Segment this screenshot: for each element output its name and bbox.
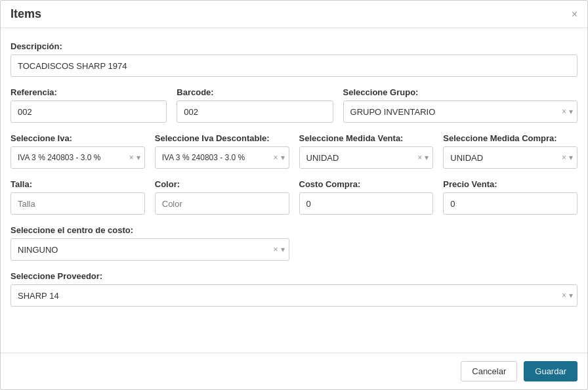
seleccione-iva-select[interactable]: IVA 3 % 240803 - 3.0 % × ▾ xyxy=(10,146,145,169)
descripcion-label: Descripción: xyxy=(10,41,578,51)
seleccione-iva-clear-icon[interactable]: × xyxy=(129,153,134,162)
seleccione-proveedor-clear-icon[interactable]: × xyxy=(562,291,566,300)
seleccione-proveedor-label: Seleccione Proveedor: xyxy=(10,271,578,281)
seleccione-centro-costo-arrow-icon[interactable]: ▾ xyxy=(281,245,285,254)
talla-group: Talla: xyxy=(10,179,145,215)
seleccione-grupo-clear-icon[interactable]: × xyxy=(562,107,566,116)
modal-header: Items × xyxy=(1,1,587,28)
seleccione-medida-compra-value: UNIDAD xyxy=(444,149,558,167)
seleccione-medida-compra-select[interactable]: UNIDAD × ▾ xyxy=(443,146,578,169)
row-iva: Seleccione Iva: IVA 3 % 240803 - 3.0 % ×… xyxy=(10,133,578,169)
modal-footer: Cancelar Guardar xyxy=(1,353,587,389)
seleccione-iva-descontable-clear-icon[interactable]: × xyxy=(273,153,278,162)
seleccione-medida-venta-label: Seleccione Medida Venta: xyxy=(299,133,434,143)
barcode-input[interactable] xyxy=(177,100,333,123)
seleccione-iva-descontable-select[interactable]: IVA 3 % 240803 - 3.0 % × ▾ xyxy=(155,146,289,169)
talla-label: Talla: xyxy=(10,179,145,189)
seleccione-iva-descontable-label: Seleccione Iva Descontable: xyxy=(155,133,289,143)
seleccione-iva-label: Seleccione Iva: xyxy=(10,133,145,143)
seleccione-centro-costo-select[interactable]: NINGUNO × ▾ xyxy=(10,238,289,261)
seleccione-medida-venta-group: Seleccione Medida Venta: UNIDAD × ▾ xyxy=(299,133,434,169)
seleccione-medida-venta-clear-icon[interactable]: × xyxy=(417,153,422,162)
modal-body: Descripción: Referencia: Barcode: Selecc… xyxy=(1,28,587,353)
cancel-button[interactable]: Cancelar xyxy=(461,361,517,381)
seleccione-medida-venta-arrow-icon[interactable]: ▾ xyxy=(425,153,429,162)
seleccione-medida-compra-controls: × ▾ xyxy=(558,153,577,162)
seleccione-grupo-select[interactable]: GRUPO INVENTARIO × ▾ xyxy=(343,100,578,123)
seleccione-iva-arrow-icon[interactable]: ▾ xyxy=(136,153,140,162)
seleccione-medida-compra-arrow-icon[interactable]: ▾ xyxy=(569,153,573,162)
modal-close-button[interactable]: × xyxy=(572,9,578,20)
seleccione-proveedor-controls: × ▾ xyxy=(558,291,577,300)
seleccione-grupo-controls: × ▾ xyxy=(558,107,577,116)
seleccione-proveedor-group: Seleccione Proveedor: SHARP 14 × ▾ xyxy=(10,271,578,307)
color-input[interactable] xyxy=(155,192,289,215)
seleccione-grupo-value: GRUPO INVENTARIO xyxy=(344,103,558,121)
seleccione-medida-compra-label: Seleccione Medida Compra: xyxy=(443,133,578,143)
modal-dialog: Items × Descripción: Referencia: Barcode… xyxy=(0,0,588,390)
seleccione-grupo-arrow-icon[interactable]: ▾ xyxy=(569,107,573,116)
referencia-label: Referencia: xyxy=(10,87,167,97)
color-group: Color: xyxy=(155,179,289,215)
seleccione-centro-costo-controls: × ▾ xyxy=(269,245,288,254)
costo-compra-group: Costo Compra: xyxy=(299,179,434,215)
seleccione-proveedor-select[interactable]: SHARP 14 × ▾ xyxy=(10,284,578,307)
seleccione-iva-descontable-group: Seleccione Iva Descontable: IVA 3 % 2408… xyxy=(155,133,289,169)
seleccione-grupo-label: Seleccione Grupo: xyxy=(343,87,578,97)
seleccione-medida-compra-group: Seleccione Medida Compra: UNIDAD × ▾ xyxy=(443,133,578,169)
save-button[interactable]: Guardar xyxy=(524,361,578,381)
seleccione-medida-compra-clear-icon[interactable]: × xyxy=(562,153,566,162)
seleccione-iva-controls: × ▾ xyxy=(125,153,144,162)
barcode-label: Barcode: xyxy=(177,87,333,97)
seleccione-centro-costo-group: Seleccione el centro de costo: NINGUNO ×… xyxy=(10,225,289,261)
seleccione-proveedor-arrow-icon[interactable]: ▾ xyxy=(569,291,573,300)
color-label: Color: xyxy=(155,179,289,189)
seleccione-medida-venta-controls: × ▾ xyxy=(413,153,432,162)
seleccione-medida-venta-select[interactable]: UNIDAD × ▾ xyxy=(299,146,434,169)
row-centro-costo: Seleccione el centro de costo: NINGUNO ×… xyxy=(10,225,578,261)
precio-venta-group: Precio Venta: xyxy=(443,179,578,215)
descripcion-input[interactable] xyxy=(10,54,578,77)
seleccione-iva-descontable-controls: × ▾ xyxy=(269,153,288,162)
costo-compra-label: Costo Compra: xyxy=(299,179,434,189)
seleccione-grupo-group: Seleccione Grupo: GRUPO INVENTARIO × ▾ xyxy=(343,87,578,123)
seleccione-iva-value: IVA 3 % 240803 - 3.0 % xyxy=(11,149,125,166)
seleccione-proveedor-value: SHARP 14 xyxy=(11,287,558,305)
seleccione-iva-group: Seleccione Iva: IVA 3 % 240803 - 3.0 % ×… xyxy=(10,133,145,169)
seleccione-medida-venta-value: UNIDAD xyxy=(300,149,414,167)
seleccione-centro-costo-value: NINGUNO xyxy=(11,241,269,259)
talla-input[interactable] xyxy=(10,192,145,215)
row-referencia-barcode-grupo: Referencia: Barcode: Seleccione Grupo: G… xyxy=(10,87,578,123)
descripcion-group: Descripción: xyxy=(10,41,578,77)
precio-venta-input[interactable] xyxy=(443,192,578,215)
seleccione-iva-descontable-value: IVA 3 % 240803 - 3.0 % xyxy=(156,149,270,166)
costo-compra-input[interactable] xyxy=(299,192,434,215)
referencia-input[interactable] xyxy=(10,100,167,123)
referencia-group: Referencia: xyxy=(10,87,167,123)
row-talla-color-costo-precio: Talla: Color: Costo Compra: Precio Venta… xyxy=(10,179,578,215)
seleccione-iva-descontable-arrow-icon[interactable]: ▾ xyxy=(281,153,285,162)
seleccione-centro-costo-label: Seleccione el centro de costo: xyxy=(10,225,289,235)
modal-title: Items xyxy=(10,7,41,21)
precio-venta-label: Precio Venta: xyxy=(443,179,578,189)
barcode-group: Barcode: xyxy=(177,87,333,123)
seleccione-centro-costo-clear-icon[interactable]: × xyxy=(273,245,278,254)
